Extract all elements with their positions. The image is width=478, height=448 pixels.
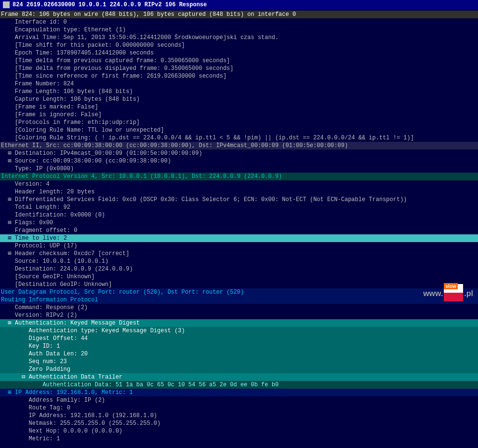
packet-line-ip-addr-header[interactable]: ⊞ IP Address: 192.168.1.0, Metric: 1 bbox=[0, 389, 478, 396]
packet-line-eth-type[interactable]: Type: IP (0x0800) bbox=[0, 165, 478, 173]
packet-line-metric[interactable]: Metric: 1 bbox=[0, 435, 478, 443]
packet-line-auth-seq[interactable]: Seq num: 23 bbox=[0, 358, 478, 366]
packet-line-ip-total[interactable]: Total Length: 92 bbox=[0, 204, 478, 211]
packet-line-ip-hlen[interactable]: Header length: 20 bytes bbox=[0, 188, 478, 196]
title-bar: 824 2619.026630000 10.0.0.1 224.0.0.9 RI… bbox=[0, 0, 478, 10]
packet-line-auth-datalen[interactable]: Auth Data Len: 20 bbox=[0, 350, 478, 358]
packet-line-ip-header[interactable]: Internet Protocol Version 4, Src: 10.0.0… bbox=[0, 173, 478, 180]
packet-line-ip-ttl[interactable]: ⊞ Time to live: 2 bbox=[0, 234, 478, 242]
packet-line-auth-keyid[interactable]: Key ID: 1 bbox=[0, 342, 478, 350]
packet-line-eth-header[interactable]: Ethernet II, Src: cc:00:09:38:00:00 (cc:… bbox=[0, 142, 478, 149]
packet-line-cap-len[interactable]: Capture Length: 106 bytes (848 bits) bbox=[0, 95, 478, 103]
packet-line-iface-id[interactable]: Interface id: 0 bbox=[0, 18, 478, 26]
packet-line-addr-fam[interactable]: Address Family: IP (2) bbox=[0, 396, 478, 404]
packet-line-ip-geo-dst[interactable]: [Destination GeoIP: Unknown] bbox=[0, 281, 478, 288]
packet-line-ip-flags[interactable]: ⊞ Flags: 0x00 bbox=[0, 219, 478, 227]
packet-line-ip-id[interactable]: Identification: 0x0000 (0) bbox=[0, 211, 478, 219]
packet-line-ip-dsf[interactable]: ⊞ Differentiated Services Field: 0xc0 (D… bbox=[0, 196, 478, 204]
packet-line-route-tag[interactable]: Route Tag: 0 bbox=[0, 404, 478, 412]
packet-line-ip-chk[interactable]: ⊞ Header checksum: 0xcdc7 [correct] bbox=[0, 250, 478, 258]
packet-line-delta-disp[interactable]: [Time delta from previous displayed fram… bbox=[0, 65, 478, 72]
svg-rect-1 bbox=[444, 293, 463, 301]
packet-line-ip-ver[interactable]: Version: 4 bbox=[0, 180, 478, 188]
packet-line-coloring-str[interactable]: [Coloring Rule String: ( ! ip.dst == 224… bbox=[0, 134, 478, 142]
packet-line-time-since[interactable]: [Time since reference or first frame: 26… bbox=[0, 72, 478, 80]
packet-line-rip-ver[interactable]: Version: RIPv2 (2) bbox=[0, 312, 478, 319]
packet-line-marked[interactable]: [Frame is marked: False] bbox=[0, 103, 478, 111]
logo-www: www. bbox=[423, 289, 443, 298]
packet-line-auth-digest[interactable]: Digest Offset: 44 bbox=[0, 335, 478, 342]
packet-line-coloring-name[interactable]: [Coloring Rule Name: TTL low or unexpect… bbox=[0, 126, 478, 134]
packet-detail-pane[interactable]: Frame 824: 106 bytes on wire (848 bits),… bbox=[0, 10, 478, 448]
packet-line-ip-dst[interactable]: Destination: 224.0.0.9 (224.0.0.9) bbox=[0, 265, 478, 273]
logo-slow: slow bbox=[444, 283, 457, 289]
packet-line-netmask[interactable]: Netmask: 255.255.255.0 (255.255.255.0) bbox=[0, 420, 478, 427]
packet-line-auth-data[interactable]: Authentication Data: 51 1a ba 0c 65 0c 1… bbox=[0, 381, 478, 389]
watermark-logo: www. slow .pl bbox=[423, 284, 473, 303]
window-title: 824 2619.026630000 10.0.0.1 224.0.0.9 RI… bbox=[13, 1, 207, 8]
packet-line-eth-src[interactable]: ⊞ Source: cc:00:09:38:00:00 (cc:00:09:38… bbox=[0, 157, 478, 165]
packet-line-frame-num[interactable]: Frame Number: 824 bbox=[0, 80, 478, 88]
packet-line-ip-geo-src[interactable]: [Source GeoIP: Unknown] bbox=[0, 273, 478, 281]
packet-line-auth-type[interactable]: Authentication type: Keyed Message Diges… bbox=[0, 327, 478, 335]
packet-line-auth-pad[interactable]: Zero Padding bbox=[0, 366, 478, 373]
packet-line-auth-header[interactable]: ⊞ Authentication: Keyed Message Digest bbox=[0, 319, 478, 327]
packet-line-frame-header[interactable]: Frame 824: 106 bytes on wire (848 bits),… bbox=[0, 11, 478, 18]
packet-line-udp-header[interactable]: User Datagram Protocol, Src Port: router… bbox=[0, 288, 478, 296]
packet-line-eth-dst[interactable]: ⊞ Destination: IPv4mcast_00:00:09 (01:00… bbox=[0, 149, 478, 157]
logo-pl: .pl bbox=[464, 289, 473, 298]
packet-line-frame-len[interactable]: Frame Length: 106 bytes (848 bits) bbox=[0, 88, 478, 95]
packet-line-time-shift[interactable]: [Time shift for this packet: 0.000000000… bbox=[0, 41, 478, 49]
packet-line-encap[interactable]: Encapsulation type: Ethernet (1) bbox=[0, 26, 478, 34]
packet-line-ip-frag[interactable]: Fragment offset: 0 bbox=[0, 227, 478, 234]
packet-line-nexthop[interactable]: Next Hop: 0.0.0.0 (0.0.0.0) bbox=[0, 427, 478, 435]
packet-line-epoch[interactable]: Epoch Time: 1378907405.124412000 seconds bbox=[0, 49, 478, 57]
packet-line-arrival[interactable]: Arrival Time: Sep 11, 2013 15:50:05.1244… bbox=[0, 34, 478, 41]
packet-line-auth-trailer[interactable]: ⊟ Authentication Data Trailer bbox=[0, 373, 478, 381]
packet-line-rip-cmd[interactable]: Command: Response (2) bbox=[0, 304, 478, 312]
packet-line-ip-src[interactable]: Source: 10.0.0.1 (10.0.0.1) bbox=[0, 258, 478, 265]
packet-line-ip-proto[interactable]: Protocol: UDP (17) bbox=[0, 242, 478, 250]
packet-line-ip-address[interactable]: IP Address: 192.168.1.0 (192.168.1.0) bbox=[0, 412, 478, 420]
window-icon bbox=[3, 1, 10, 8]
packet-line-delta-cap[interactable]: [Time delta from previous captured frame… bbox=[0, 57, 478, 65]
packet-line-ignored[interactable]: [Frame is ignored: False] bbox=[0, 111, 478, 119]
packet-line-protocols[interactable]: [Protocols in frame: eth:ip:udp:rip] bbox=[0, 119, 478, 126]
packet-line-rip-header[interactable]: Routing Information Protocol bbox=[0, 296, 478, 304]
